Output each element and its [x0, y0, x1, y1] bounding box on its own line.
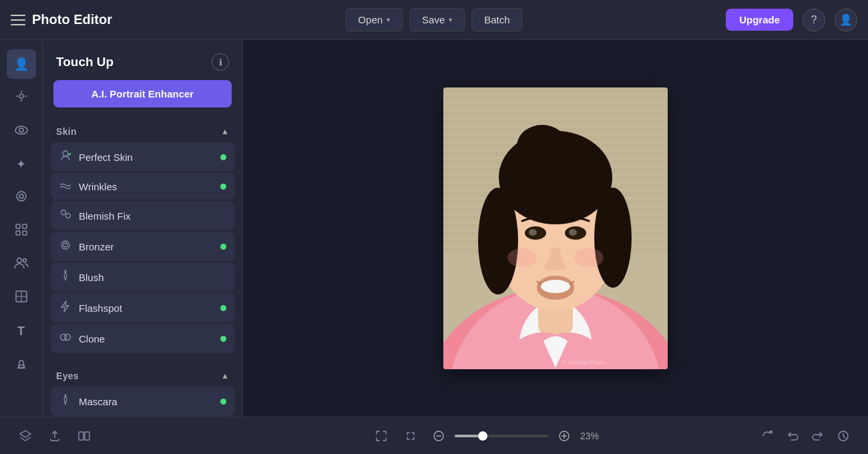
topbar-right: Upgrade ? 👤	[726, 9, 857, 31]
svg-rect-18	[17, 367, 25, 369]
menu-icon[interactable]	[11, 15, 25, 25]
wrinkles-icon	[59, 180, 72, 192]
sidebar-item-mosaic[interactable]	[7, 283, 36, 312]
eye-icon	[15, 124, 28, 138]
zoom-slider[interactable]	[455, 435, 548, 437]
sidebar-item-adjust[interactable]	[7, 83, 36, 112]
app-title: Photo Editor	[32, 12, 112, 27]
skin-section-header: Skin ▲	[43, 120, 242, 141]
tool-item-flashspot[interactable]: Flashspot	[51, 293, 234, 322]
ai-portrait-button[interactable]: A.I. Portrait Enhancer	[53, 80, 232, 107]
zoom-fit-icon[interactable]	[399, 424, 423, 448]
sidebar-item-stamp[interactable]	[7, 350, 36, 379]
svg-point-22	[61, 241, 69, 249]
compare-icon[interactable]	[72, 424, 96, 448]
svg-rect-33	[443, 103, 668, 109]
grid-icon	[15, 224, 27, 239]
sidebar-item-text[interactable]: T	[7, 316, 36, 346]
svg-point-8	[19, 194, 23, 198]
fit-screen-icon[interactable]	[369, 424, 393, 448]
clone-icon	[59, 331, 72, 346]
sidebar-item-eye[interactable]	[7, 116, 36, 146]
canvas-area[interactable]: © Portrait Photo	[243, 40, 868, 417]
blush-no-dot	[220, 274, 226, 280]
batch-button[interactable]: Batch	[471, 8, 522, 31]
svg-rect-10	[23, 224, 27, 228]
eyes-section-header: Eyes ▲	[43, 364, 242, 385]
svg-point-64	[529, 229, 537, 236]
svg-rect-72	[85, 432, 89, 440]
svg-text:© Portrait Photo: © Portrait Photo	[562, 359, 605, 366]
undo-button[interactable]	[781, 425, 804, 447]
svg-point-13	[17, 258, 21, 262]
svg-point-69	[574, 248, 604, 267]
svg-rect-71	[79, 432, 83, 440]
flashspot-dot	[220, 305, 226, 311]
info-icon[interactable]: ℹ	[212, 53, 229, 71]
sidebar-item-person[interactable]: 👤	[7, 49, 36, 79]
sidebar-item-sparkle[interactable]: ✦	[7, 150, 36, 179]
upgrade-button[interactable]: Upgrade	[726, 9, 793, 31]
svg-point-26	[65, 334, 71, 340]
tool-item-bronzer[interactable]: Bronzer	[51, 232, 234, 261]
stamp-icon	[15, 357, 27, 373]
bottom-bar: 23%	[0, 417, 868, 454]
skin-section-title: Skin	[56, 126, 77, 137]
people-icon	[14, 257, 29, 272]
svg-point-5	[15, 126, 27, 134]
svg-point-14	[23, 258, 26, 262]
tool-item-blush[interactable]: Blush	[51, 262, 234, 292]
tool-item-wrinkles[interactable]: Wrinkles	[51, 173, 234, 200]
tool-item-blemish-fix[interactable]: Blemish Fix	[51, 201, 234, 230]
eyes-collapse-icon[interactable]: ▲	[221, 371, 229, 381]
clone-dot	[220, 336, 226, 342]
main-body: 👤 ✦	[0, 40, 868, 417]
svg-point-59	[552, 135, 589, 167]
open-label: Open	[358, 14, 383, 25]
topbar-center: Open ▾ Save ▾ Batch	[345, 8, 522, 31]
panel-header: Touch Up ℹ	[43, 40, 242, 80]
svg-point-19	[61, 210, 66, 215]
sidebar-item-people[interactable]	[7, 250, 36, 279]
redo-button[interactable]	[807, 425, 829, 447]
flashspot-label: Flashspot	[79, 302, 122, 314]
open-button[interactable]: Open ▾	[345, 8, 403, 31]
sidebar-item-grid[interactable]	[7, 216, 36, 246]
help-icon[interactable]: ?	[803, 9, 825, 31]
tool-item-perfect-skin[interactable]: Perfect Skin	[51, 142, 234, 172]
flashspot-icon	[59, 300, 72, 315]
skin-collapse-icon[interactable]: ▲	[221, 127, 229, 136]
export-icon[interactable]	[43, 424, 67, 448]
topbar: Photo Editor Open ▾ Save ▾ Batch Upgrade…	[0, 0, 868, 40]
clone-label: Clone	[79, 333, 105, 345]
tool-item-mascara[interactable]: Mascara	[51, 387, 234, 416]
mascara-icon	[59, 394, 72, 409]
svg-point-67	[541, 280, 570, 293]
history-button[interactable]	[832, 425, 855, 447]
perfect-skin-label: Perfect Skin	[79, 152, 133, 163]
layers-icon[interactable]	[13, 424, 37, 448]
icon-sidebar: 👤 ✦	[0, 40, 43, 417]
blemish-fix-icon	[59, 208, 72, 223]
save-chevron-icon: ▾	[449, 16, 452, 23]
svg-point-27	[65, 395, 67, 397]
tool-item-clone[interactable]: Clone	[51, 324, 234, 353]
bronzer-dot	[220, 244, 226, 250]
svg-rect-31	[443, 87, 668, 93]
sidebar-item-target[interactable]	[7, 183, 36, 212]
eyes-section-title: Eyes	[56, 371, 79, 381]
save-button[interactable]: Save ▾	[409, 8, 465, 31]
mosaic-icon	[15, 290, 27, 306]
bronzer-label: Bronzer	[79, 241, 114, 252]
adjust-icon	[15, 89, 28, 106]
svg-point-20	[66, 214, 71, 218]
mascara-label: Mascara	[79, 396, 118, 407]
user-icon[interactable]: 👤	[835, 9, 857, 31]
sparkle-icon: ✦	[16, 157, 26, 172]
bottom-left	[13, 424, 96, 448]
reset-icon[interactable]	[756, 425, 779, 447]
zoom-in-button[interactable]	[554, 425, 575, 447]
svg-point-7	[17, 192, 26, 201]
svg-rect-11	[16, 231, 20, 235]
zoom-out-button[interactable]	[428, 425, 449, 447]
